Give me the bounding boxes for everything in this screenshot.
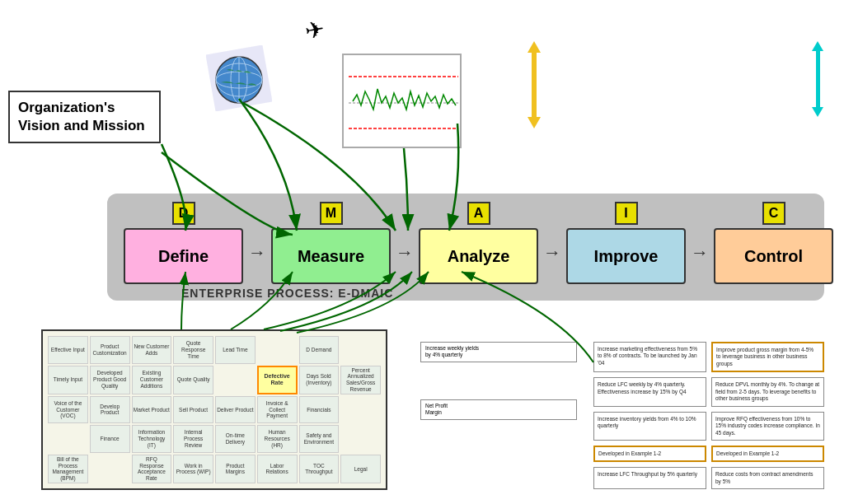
step-improve: I Improve (566, 202, 686, 284)
pm-cell (215, 366, 256, 394)
analyze-box: Analyze (419, 228, 538, 284)
mid-item-2: Net ProfitMargin (420, 399, 577, 420)
enterprise-label: ENTERPRISE PROCESS: E-DMAIC (181, 287, 393, 300)
pm-cell: Develop Product (90, 396, 130, 424)
pm-cell: Quote Quality (173, 366, 213, 394)
arrow-head-up-yellow (528, 41, 541, 53)
pm-cell: Human Resources (HR) (257, 425, 298, 453)
pm-cell: Timely Input (48, 366, 88, 394)
pm-cell: RFQ Response Acceptance Rate (132, 455, 172, 483)
pm-cell: New Customer Adds (132, 336, 172, 364)
step-analyze: A Analyze (419, 202, 538, 284)
pm-cell: Days Sold (Inventory) (299, 366, 340, 394)
arrow-shaft-yellow (532, 52, 537, 118)
arrow-head-down-cyan (812, 107, 823, 117)
define-box: Define (124, 228, 243, 284)
right-card-1: Increase marketing effectiveness from 5%… (593, 342, 706, 372)
control-badge: C (762, 202, 785, 225)
pm-cell: Legal (340, 455, 381, 483)
improve-box: Improve (566, 228, 686, 284)
pm-cell: Bill of the Process Management (BPM) (48, 455, 88, 483)
right-card-4: Reduce DPVL monthly by 4%. To change at … (711, 377, 824, 406)
pm-cell (340, 396, 381, 424)
pm-cell: Work in Process (WIP) (173, 455, 213, 483)
pm-cell: Quote Response Time (173, 336, 213, 364)
globe-icon (206, 45, 272, 111)
step-control: C Control (714, 202, 833, 284)
yellow-arrow (528, 41, 541, 128)
right-card-5: Increase inventory yields from 4% to 10%… (593, 412, 706, 441)
arrow-head-down-yellow (528, 117, 541, 128)
right-card-8: Developed in Example 1-2 (711, 446, 824, 462)
arrow-ma: → (396, 222, 414, 264)
pm-cell (48, 425, 88, 453)
pm-cell-defective: Defective Rate (257, 366, 298, 394)
pm-cell: Safety and Environment (299, 425, 340, 453)
vision-text: Organization's Vision and Mission (18, 100, 145, 133)
pm-cell: Product Customization (90, 336, 130, 364)
pm-cell (340, 425, 381, 453)
pm-cell: Lead Time (215, 336, 256, 364)
pm-cell (257, 336, 298, 364)
pm-cell: Percent Annualized Sales/Gross Revenue (340, 366, 381, 394)
pm-cell: Internal Process Review (173, 425, 213, 453)
pm-cell: Invoice & Collect Payment (257, 396, 298, 424)
step-measure: M Measure (271, 202, 391, 284)
right-cards: Increase marketing effectiveness from 5%… (593, 342, 824, 489)
pm-cell: Market Product (132, 396, 172, 424)
pm-cell: Existing Customer Additions (132, 366, 172, 394)
improve-badge: I (615, 202, 638, 225)
main-container: Organization's Vision and Mission ✈ (0, 0, 844, 504)
arrow-ic: → (691, 222, 709, 264)
pm-cell: Product Margins (215, 455, 256, 483)
vision-box: Organization's Vision and Mission (8, 91, 161, 143)
control-box: Control (714, 228, 833, 284)
pm-cell: On-time Delivery (215, 425, 256, 453)
pm-cell (90, 455, 130, 483)
measure-badge: M (320, 202, 343, 225)
pm-cell: Developed Product Good Quality (90, 366, 130, 394)
arrow-dm: → (248, 222, 266, 264)
step-define: D Define (124, 202, 243, 284)
define-badge: D (172, 202, 195, 225)
arrow-ai: → (543, 222, 561, 264)
pm-cell: TOC Throughput (299, 455, 340, 483)
dmaic-steps: D Define → M Measure → A Analyze → I Imp… (124, 202, 816, 284)
pm-cell: Finance (90, 425, 130, 453)
pm-cell: D Demand (299, 336, 340, 364)
cyan-arrow (812, 41, 823, 117)
arrow-shaft-cyan (816, 50, 820, 108)
pm-cell: Information Technology (IT) (132, 425, 172, 453)
mid-right-area: Increase weekly yieldsby 4% quarterly Ne… (420, 342, 577, 498)
process-map-grid: Effective Input Product Customization Ne… (43, 331, 386, 488)
analyze-badge: A (467, 202, 490, 225)
airplane-icon: ✈ (302, 15, 326, 44)
pm-cell: Effective Input (48, 336, 88, 364)
mid-item-1: Increase weekly yieldsby 4% quarterly (420, 342, 577, 362)
right-card-6: Improve RFQ effectiveness from 10% to 15… (711, 412, 824, 441)
right-card-7: Developed in Example 1-2 (593, 446, 706, 462)
pm-cell: Voice of the Customer (VOC) (48, 396, 88, 424)
process-map: Effective Input Product Customization Ne… (41, 329, 387, 490)
right-card-9: Increase LFC Throughput by 5% quarterly (593, 467, 706, 489)
right-card-3: Reduce LFC weekly by 4% quarterly. Effec… (593, 377, 706, 406)
control-chart (342, 54, 462, 148)
pm-cell: Financials (299, 396, 340, 424)
pm-cell: Sell Product (173, 396, 213, 424)
measure-box: Measure (271, 228, 391, 284)
right-card-2: Improve product gross margin from 4-5% t… (711, 342, 824, 372)
right-card-10: Reduce costs from contract amendments by… (711, 467, 824, 489)
pm-cell: Deliver Product (215, 396, 256, 424)
pm-cell (340, 336, 381, 364)
pm-cell: Labor Relations (257, 455, 298, 483)
